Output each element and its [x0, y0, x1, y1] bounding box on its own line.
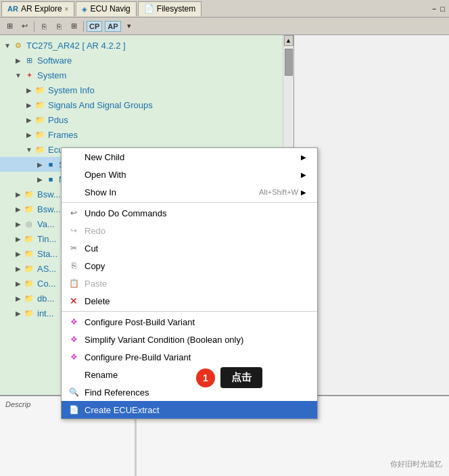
rename-icon — [67, 368, 80, 381]
child1-toggle[interactable]: ▶ — [35, 160, 45, 169]
menu-item-configure-post[interactable]: ❖ Configure Post-Build Variant — [62, 313, 317, 331]
co-toggle[interactable]: ▶ — [14, 279, 23, 288]
cut-icon: ✂ — [67, 241, 80, 255]
badge-number: 1 — [196, 368, 215, 387]
tin-toggle[interactable]: ▶ — [14, 234, 23, 243]
fs-icon: 📄 — [144, 4, 154, 14]
system-label: System — [37, 70, 66, 80]
paste-icon: 📋 — [67, 277, 80, 290]
show-in-label: Show In — [85, 187, 245, 197]
undo-label: Undo Do Commands — [85, 208, 306, 218]
scroll-thumb[interactable] — [285, 49, 293, 76]
signals-toggle[interactable]: ▶ — [24, 100, 34, 110]
root-icon: ⚙ — [12, 40, 24, 51]
redo-icon: ↪ — [67, 224, 80, 237]
copy-icon: ⎘ — [67, 259, 80, 272]
menu-item-redo[interactable]: ↪ Redo — [62, 222, 317, 239]
int-icon: 📁 — [23, 308, 35, 318]
menu-item-copy[interactable]: ⎘ Copy — [62, 257, 317, 275]
menu-item-paste[interactable]: 📋 Paste — [62, 275, 317, 292]
copy-label: Copy — [85, 261, 306, 271]
paste-label: Paste — [85, 279, 306, 289]
minimize-btn[interactable]: − — [431, 3, 438, 14]
va-icon: ◎ — [23, 218, 35, 229]
frames-icon: 📁 — [34, 129, 46, 140]
sysinfo-label: System Info — [48, 85, 95, 95]
sysinfo-toggle[interactable]: ▶ — [24, 85, 34, 95]
as-toggle[interactable]: ▶ — [14, 264, 23, 273]
right-panel-content — [294, 35, 449, 46]
signals-label: Signals And Signal Groups — [48, 100, 153, 110]
toolbar-dropdown[interactable]: ▾ — [122, 20, 136, 33]
tab-ecu-navig[interactable]: ◈ ECU Navig — [76, 1, 136, 16]
ecus-toggle[interactable]: ▼ — [24, 145, 34, 154]
menu-item-create-ecu[interactable]: 📄 Create ECUExtract — [62, 401, 317, 419]
menu-item-configure-pre[interactable]: ❖ Configure Pre-Build Variant — [62, 348, 317, 366]
toolbar-btn-5[interactable]: ⊞ — [67, 20, 80, 33]
redo-label: Redo — [85, 226, 306, 236]
toolbar-sep-2 — [83, 21, 84, 32]
frames-label: Frames — [48, 130, 78, 140]
menu-item-delete[interactable]: ✕ Delete — [62, 292, 317, 310]
db-toggle[interactable]: ▶ — [14, 293, 23, 303]
menu-item-cut[interactable]: ✂ Cut — [62, 239, 317, 257]
maximize-btn[interactable]: □ — [439, 3, 446, 14]
menu-sep-2 — [62, 311, 317, 312]
menu-item-rename[interactable]: Rename — [62, 366, 317, 383]
int-toggle[interactable]: ▶ — [14, 308, 23, 318]
tree-root[interactable]: ▼ ⚙ TC275_AR42 [ AR 4.2.2 ] — [0, 38, 293, 53]
cut-label: Cut — [85, 243, 306, 254]
simplify-label: Simplify Variant Condition (Boolean only… — [85, 335, 306, 345]
badge-container: 1 点击 — [196, 367, 262, 388]
root-toggle[interactable]: ▼ — [3, 41, 12, 50]
software-toggle[interactable]: ▶ — [14, 55, 23, 65]
toolbar: ⊞ ↩ ⎘ ⎘ ⊞ CP AP ▾ — [0, 18, 449, 35]
va-toggle[interactable]: ▶ — [14, 219, 23, 229]
tree-item-software[interactable]: ▶ ⊞ Software — [0, 53, 293, 68]
frames-toggle[interactable]: ▶ — [24, 130, 34, 139]
menu-item-new-child[interactable]: New Child ▶ — [62, 148, 317, 166]
tree-item-frames[interactable]: ▶ 📁 Frames — [0, 127, 293, 142]
co-label: Co... — [37, 279, 55, 289]
pdus-toggle[interactable]: ▶ — [24, 115, 34, 124]
new-child-arrow: ▶ — [301, 153, 306, 161]
context-menu: New Child ▶ Open With ▶ Show In Alt+Shif… — [61, 147, 318, 419]
tree-item-signals[interactable]: ▶ 📁 Signals And Signal Groups — [0, 97, 293, 112]
sta-toggle[interactable]: ▶ — [14, 249, 23, 258]
badge-label: 点击 — [220, 367, 262, 388]
tree-item-system-info[interactable]: ▶ 📁 System Info — [0, 82, 293, 97]
toolbar-btn-4[interactable]: ⎘ — [52, 20, 66, 33]
bsw1-toggle[interactable]: ▶ — [14, 189, 23, 199]
system-toggle[interactable]: ▼ — [14, 70, 23, 80]
new-child-icon — [67, 150, 80, 164]
scroll-up-btn[interactable]: ▲ — [284, 35, 293, 46]
tree-item-system[interactable]: ▼ ✦ System — [0, 68, 293, 82]
child2-toggle[interactable]: ▶ — [35, 174, 45, 184]
db-label: db... — [37, 293, 54, 304]
toolbar-btn-3[interactable]: ⎘ — [37, 20, 51, 33]
tree-item-pdus[interactable]: ▶ 📁 Pdus — [0, 112, 293, 127]
menu-item-find-refs[interactable]: 🔍 Find References — [62, 383, 317, 401]
menu-item-undo[interactable]: ↩ Undo Do Commands — [62, 204, 317, 222]
menu-item-simplify[interactable]: ❖ Simplify Variant Condition (Boolean on… — [62, 331, 317, 348]
watermark: 你好旧时光追忆 — [390, 459, 442, 469]
bsw1-icon: 📁 — [23, 189, 35, 199]
toolbar-sep-1 — [34, 21, 34, 32]
menu-item-show-in[interactable]: Show In Alt+Shift+W ▶ — [62, 183, 317, 201]
rename-label: Rename — [85, 370, 306, 380]
toolbar-btn-2[interactable]: ↩ — [18, 20, 31, 33]
tab-filesystem[interactable]: 📄 Filesystem — [138, 1, 202, 16]
sta-label: Sta... — [37, 249, 57, 259]
software-label: Software — [37, 55, 72, 66]
toolbar-btn-1[interactable]: ⊞ — [3, 20, 16, 33]
menu-item-open-with[interactable]: Open With ▶ — [62, 166, 317, 183]
sysinfo-icon: 📁 — [34, 85, 46, 95]
menu-sep-1 — [62, 202, 317, 203]
tab-ar-close[interactable]: × — [65, 5, 69, 13]
tab-ar-explore[interactable]: AR AR Explore × — [1, 1, 74, 16]
find-refs-label: Find References — [85, 387, 306, 398]
as-label: AS... — [37, 264, 56, 274]
ar-icon: AR — [7, 5, 18, 13]
tin-label: Tin... — [37, 234, 56, 244]
bsw2-toggle[interactable]: ▶ — [14, 204, 23, 214]
